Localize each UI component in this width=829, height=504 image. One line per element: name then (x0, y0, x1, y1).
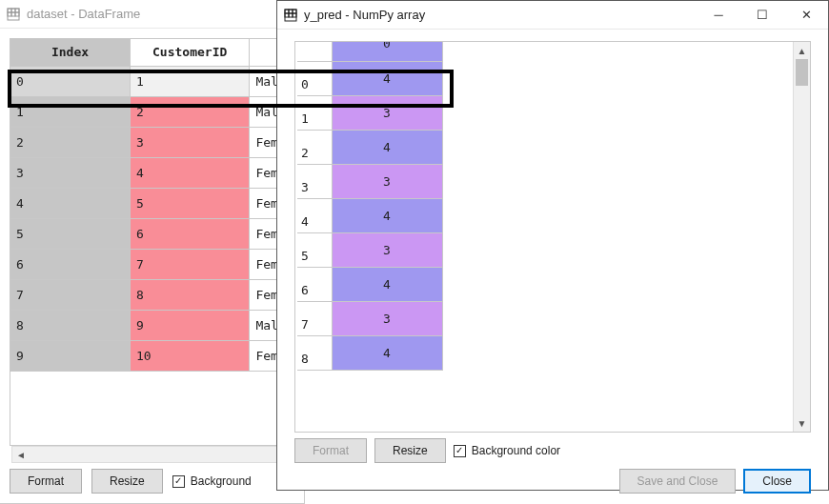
table-row[interactable]: 78Fema (10, 279, 293, 310)
table-row[interactable]: 64 (297, 267, 442, 301)
cell-index: 2 (10, 127, 130, 157)
cell-index: 0 (297, 61, 332, 95)
table-row[interactable]: 34Fema (10, 157, 293, 188)
table-row[interactable]: 89Male (10, 310, 293, 340)
cell-customerid: 5 (130, 188, 249, 218)
cell-index: 7 (10, 279, 130, 310)
svg-rect-11 (285, 13, 289, 17)
svg-rect-8 (285, 10, 289, 13)
check-icon: ✓ (454, 445, 466, 457)
cell-value: 4 (332, 130, 442, 164)
save-and-close-button[interactable]: Save and Close (619, 469, 737, 494)
format-button[interactable]: Format (294, 438, 367, 463)
table-row[interactable]: 910Fema (10, 340, 293, 371)
vertical-scrollbar[interactable]: ▲ ▼ (793, 42, 810, 432)
svg-rect-7 (285, 10, 296, 21)
cell-customerid: 7 (130, 249, 249, 279)
format-button[interactable]: Format (10, 469, 82, 494)
cell-index: 9 (10, 340, 130, 371)
footer-toolbar: Format Resize ✓ Background (10, 467, 294, 495)
table-row[interactable]: 13 (297, 95, 442, 130)
cell-index: 6 (297, 267, 332, 301)
cell-index: 6 (10, 249, 130, 279)
scroll-thumb[interactable] (796, 59, 808, 86)
cell-customerid: 10 (130, 340, 249, 371)
table-row[interactable]: 24 (297, 130, 442, 164)
background-checkbox[interactable]: ✓ Background (172, 474, 252, 488)
svg-rect-9 (289, 10, 293, 13)
cell-index: 0 (10, 66, 130, 96)
svg-rect-5 (11, 12, 15, 16)
cell-value: 4 (332, 61, 442, 95)
close-window-button[interactable]: ✕ (784, 1, 828, 30)
window-title: dataset - DataFrame (27, 7, 140, 21)
numpy-table[interactable]: 0041324334453647384 ▲ ▼ (294, 41, 811, 433)
table-row[interactable]: 45Fema (10, 188, 293, 218)
window-title: y_pred - NumPy array (304, 8, 425, 22)
cell-customerid: 9 (130, 310, 249, 340)
header-row: Index CustomerID (10, 39, 293, 66)
cell-value: 3 (332, 95, 442, 130)
table-row[interactable]: 53 (297, 232, 442, 267)
close-button[interactable]: Close (743, 469, 811, 494)
resize-button[interactable]: Resize (374, 438, 446, 463)
table-row[interactable]: 33 (297, 164, 442, 198)
cell-index: 3 (10, 157, 130, 188)
horizontal-scrollbar[interactable]: ◄ ► (11, 446, 293, 463)
svg-rect-10 (293, 10, 296, 13)
table-row[interactable]: 0 (297, 41, 442, 61)
dataframe-table[interactable]: Index CustomerID 01Male12Male23Fema34Fem… (10, 38, 294, 446)
table-row[interactable]: 73 (297, 301, 442, 335)
svg-rect-2 (11, 9, 15, 12)
cell-customerid: 1 (130, 66, 249, 96)
maximize-button[interactable]: ☐ (740, 1, 784, 30)
background-color-label: Background color (472, 444, 560, 457)
scroll-down-icon[interactable]: ▼ (794, 414, 810, 432)
svg-rect-1 (8, 9, 11, 12)
table-icon (283, 8, 298, 23)
resize-button[interactable]: Resize (91, 469, 163, 494)
window-titlebar-ypred: y_pred - NumPy array ─ ☐ ✕ (277, 1, 828, 30)
minimize-button[interactable]: ─ (697, 1, 740, 30)
background-color-checkbox[interactable]: ✓ Background color (454, 444, 560, 457)
table-row[interactable]: 12Male (10, 96, 293, 127)
cell-value: 4 (332, 335, 442, 370)
cell-value: 4 (332, 198, 442, 232)
cell-index: 4 (297, 198, 332, 232)
table-row[interactable]: 23Fema (10, 127, 293, 157)
table-row[interactable]: 56Fema (10, 218, 293, 249)
scroll-left-icon[interactable]: ◄ (12, 447, 30, 462)
cell-customerid: 6 (130, 218, 249, 249)
background-label: Background (191, 474, 252, 488)
cell-value: 3 (332, 301, 442, 335)
table-row[interactable]: 67Fema (10, 249, 293, 279)
cell-customerid: 2 (130, 96, 249, 127)
svg-rect-12 (289, 13, 293, 17)
table-icon (6, 7, 21, 22)
table-row[interactable]: 04 (297, 61, 442, 95)
cell-index: 1 (10, 96, 130, 127)
svg-rect-13 (293, 13, 296, 17)
cell-index: 8 (297, 335, 332, 370)
window-titlebar-dataset: dataset - DataFrame (0, 0, 304, 29)
scroll-up-icon[interactable]: ▲ (794, 42, 810, 59)
cell-index: 5 (10, 218, 130, 249)
svg-rect-0 (8, 9, 19, 20)
svg-rect-6 (15, 12, 19, 16)
cell-customerid: 4 (130, 157, 249, 188)
table-row[interactable]: 44 (297, 198, 442, 232)
col-header-index[interactable]: Index (10, 39, 130, 66)
cell-customerid: 3 (130, 127, 249, 157)
check-icon: ✓ (172, 475, 185, 488)
cell-index: 4 (10, 188, 130, 218)
cell-index (297, 41, 332, 61)
cell-customerid: 8 (130, 279, 249, 310)
cell-value: 3 (332, 164, 442, 198)
cell-value: 0 (332, 41, 442, 61)
cell-index: 3 (297, 164, 332, 198)
table-row[interactable]: 01Male (10, 66, 293, 96)
cell-index: 2 (297, 130, 332, 164)
cell-value: 3 (332, 232, 442, 267)
col-header-customerid[interactable]: CustomerID (130, 39, 249, 66)
table-row[interactable]: 84 (297, 335, 442, 370)
